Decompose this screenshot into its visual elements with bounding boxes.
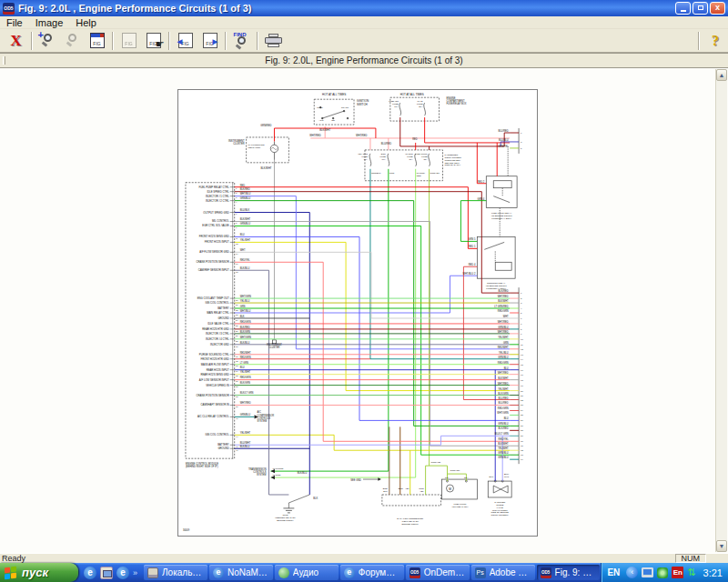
svg-text:41: 41	[236, 417, 238, 419]
restore-button[interactable]	[693, 2, 708, 15]
close-figure-button[interactable]: X	[4, 30, 28, 51]
network-activity-icon[interactable]: ⇅	[687, 567, 695, 577]
svg-text:BLK/WHT: BLK/WHT	[240, 217, 251, 221]
svg-text:BLU/RED: BLU/RED	[381, 142, 391, 146]
taskbar-button[interactable]: Локальный ди...	[144, 565, 207, 580]
start-button[interactable]: пуск	[0, 563, 78, 582]
svg-text:WHT/GRN: WHT/GRN	[272, 467, 283, 470]
svg-text:WHT/RED: WHT/RED	[498, 330, 509, 334]
fuse-icon	[388, 154, 389, 166]
svg-text:22: 22	[236, 309, 238, 311]
svg-text:FUEL PUMP RELAY(IN ENGINE COMP: FUEL PUMP RELAY(IN ENGINE COMPTFUSE/RELA…	[491, 212, 513, 220]
svg-text:SEE GND: SEE GND	[350, 478, 361, 482]
svg-text:BRN: BRN	[399, 487, 403, 490]
svg-text:IDLE SPEED CTRL: IDLE SPEED CTRL	[207, 190, 229, 194]
svg-text:WHT/RED: WHT/RED	[498, 371, 509, 375]
svg-text:RED 2: RED 2	[478, 180, 485, 184]
svg-text:INSTRUMENTCLUSTER: INSTRUMENTCLUSTER	[228, 139, 245, 146]
fig-list-button: FIG	[116, 30, 141, 51]
previous-figure-button[interactable]: ◄FIG	[173, 30, 197, 51]
pan-figure-button[interactable]: FIG☛	[141, 30, 166, 51]
language-bar-icon[interactable]: ‹	[626, 567, 638, 578]
svg-text:FUEL PUMPFUSE15A: FUEL PUMPFUSE15A	[415, 153, 428, 161]
svg-text:GRNYEL: GRNYEL	[419, 487, 424, 493]
fig-hand-icon: FIG☛	[147, 33, 161, 48]
svg-text:FRONT HO2S SENS GND: FRONT HO2S SENS GND	[199, 235, 229, 238]
svg-text:A/F FLOW SENSOR GND: A/F FLOW SENSOR GND	[199, 250, 228, 254]
svg-text:14: 14	[521, 358, 523, 361]
svg-text:14: 14	[236, 253, 238, 255]
scroll-up-button[interactable]: ▲	[716, 69, 727, 81]
svg-text:IGN COIL CONTROL: IGN COIL CONTROL	[205, 433, 229, 436]
svg-text:FUEL PUMP RELAY CTRL: FUEL PUMP RELAY CTRL	[198, 186, 229, 189]
svg-text:BLK/WHT: BLK/WHT	[261, 166, 272, 170]
find-button[interactable]: FIND	[229, 30, 254, 51]
quicklaunch-chevron[interactable]: »	[133, 568, 137, 577]
svg-text:IGNITIONSWITCH: IGNITIONSWITCH	[357, 99, 369, 105]
menu-bar: File Image Help	[0, 16, 728, 29]
ie-quicklaunch-icon[interactable]: e	[84, 567, 96, 579]
svg-text:BLK/RED: BLK/RED	[499, 426, 509, 430]
menu-file[interactable]: File	[0, 17, 29, 28]
taskbar-button[interactable]: Аудио	[275, 565, 339, 580]
taskbar-button[interactable]: OnDemand5	[406, 565, 470, 580]
minimize-button[interactable]	[675, 2, 691, 15]
svg-text:21: 21	[236, 304, 238, 306]
svg-text:BLU/LT GRN: BLU/LT GRN	[495, 432, 509, 436]
svg-text:20: 20	[521, 390, 523, 393]
svg-text:MASS AIR FLOW INPUT: MASS AIR FLOW INPUT	[201, 363, 229, 366]
taskbar-button[interactable]: Fig. 9: 2.0L, En...	[537, 565, 601, 580]
svg-text:BLU/RED: BLU/RED	[498, 396, 508, 400]
antivirus-icon[interactable]	[657, 567, 668, 578]
scroll-down-button[interactable]: ▼	[716, 540, 727, 552]
svg-text:9: 9	[521, 333, 522, 336]
menu-help[interactable]: Help	[69, 17, 103, 28]
svg-text:2: 2	[521, 297, 522, 300]
vertical-scrollbar[interactable]: ▲ ▼	[715, 69, 727, 552]
print-button[interactable]	[261, 30, 286, 51]
svg-text:RED/WHT: RED/WHT	[240, 351, 251, 355]
fig-window-icon: FIG	[90, 33, 105, 48]
show-desktop-icon[interactable]	[100, 567, 113, 579]
next-figure-button[interactable]: ►FIG	[197, 30, 222, 51]
quick-launch: e e »	[78, 563, 143, 582]
close-button[interactable]: x	[710, 2, 725, 15]
app-icon: OD5	[3, 3, 15, 15]
svg-text:HOT AT ALL TIMES: HOT AT ALL TIMES	[400, 93, 424, 96]
display-settings-icon[interactable]	[642, 567, 653, 577]
ignition-switch-arm	[322, 111, 344, 118]
svg-text:BLK: BLK	[313, 497, 318, 500]
ps-icon	[475, 567, 486, 578]
svg-text:BLK/BLU: BLK/BLU	[298, 471, 308, 475]
svg-text:11: 11	[236, 237, 238, 239]
help-button[interactable]: ?	[703, 33, 728, 49]
taskbar-button[interactable]: NoNaMe - Micr...	[209, 565, 273, 580]
svg-text:WHT/RED: WHT/RED	[498, 320, 509, 324]
svg-text:YEL/BLU: YEL/BLU	[499, 351, 509, 355]
windows-flag-icon	[5, 567, 18, 579]
zoom-in-button[interactable]: +	[35, 30, 60, 51]
svg-text:22: 22	[521, 399, 523, 402]
language-indicator[interactable]: EN	[607, 567, 620, 577]
svg-text:HOT AT ALL TIMES: HOT AT ALL TIMES	[322, 93, 346, 96]
svg-text:GROUND: GROUND	[217, 316, 228, 320]
svg-text:18: 18	[521, 379, 523, 382]
browser-quicklaunch-icon[interactable]: e	[116, 567, 129, 579]
svg-text:23: 23	[521, 404, 523, 406]
svg-text:G102(CENTER REAR OFENGINE COMP: G102(CENTER REAR OFENGINE COMP)	[275, 514, 296, 522]
punto-switcher-icon[interactable]: En	[672, 567, 683, 578]
menu-image[interactable]: Image	[29, 17, 70, 28]
svg-text:ENG COOLANT TEMP OUT: ENG COOLANT TEMP OUT	[197, 296, 229, 300]
svg-text:GRN/BLU: GRN/BLU	[498, 422, 509, 426]
fuse-icon	[415, 154, 417, 166]
diagram-page[interactable]: HOT AT ALL TIMESHOT AT ALL TIMESIGNITION…	[177, 89, 538, 537]
taskbar-button[interactable]: Adobe Photoshop	[471, 565, 535, 580]
svg-text:23: 23	[236, 314, 238, 316]
svg-text:26: 26	[236, 330, 238, 332]
clock[interactable]: 3:21	[703, 567, 723, 578]
fit-window-button[interactable]: FIG	[85, 30, 109, 51]
svg-text:9: 9	[236, 226, 238, 228]
svg-text:GRN/BLU: GRN/BLU	[371, 172, 381, 175]
taskbar-button[interactable]: Форумы Sport...	[340, 565, 404, 580]
svg-text:BLK/WHT: BLK/WHT	[498, 442, 509, 446]
